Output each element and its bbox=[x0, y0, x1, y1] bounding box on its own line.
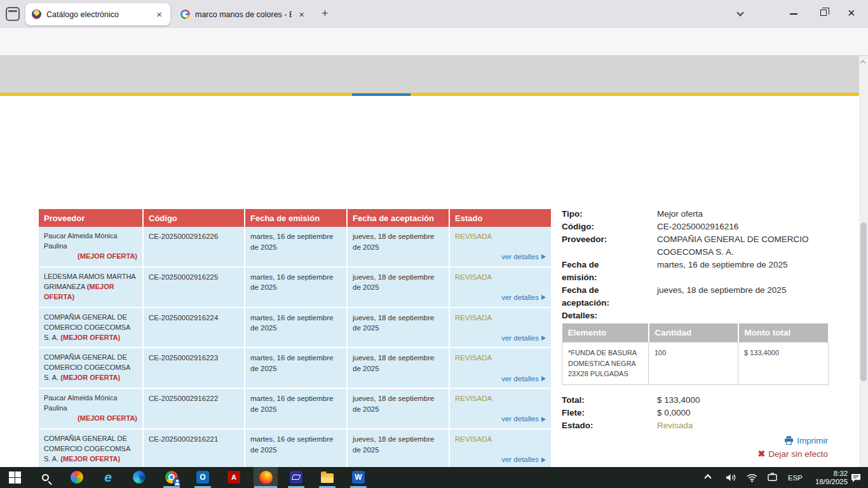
google-favicon bbox=[180, 10, 190, 19]
wifi-icon[interactable] bbox=[747, 467, 757, 488]
copilot-icon[interactable] bbox=[70, 470, 84, 484]
site-header: SERCOP CATÁLOGO ELECTRÓNICO ☝ Volver al … bbox=[0, 56, 868, 93]
printer-icon bbox=[784, 436, 794, 445]
chrome-icon[interactable] bbox=[165, 470, 179, 484]
ver-detalles-link[interactable]: ver detalles bbox=[501, 252, 546, 262]
firefox-view-icon[interactable] bbox=[6, 7, 20, 21]
col-estado: Estado bbox=[449, 209, 552, 227]
close-window-button[interactable]: × bbox=[848, 6, 855, 20]
cell-aceptacion: jueves, 18 de septiembre de 2025 bbox=[347, 308, 449, 348]
cell-estado: REVISADAver detalles bbox=[449, 267, 552, 308]
status-badge: REVISADA bbox=[455, 273, 492, 281]
clock-date: 18/9/2025 bbox=[815, 478, 848, 485]
arrow-right-icon bbox=[541, 336, 546, 341]
item-monto: $ 133,4000 bbox=[738, 342, 829, 385]
ver-detalles-link[interactable]: ver detalles bbox=[501, 414, 546, 424]
imprimir-link[interactable]: Imprimir bbox=[784, 434, 828, 447]
clock[interactable]: 8:3218/9/2025 bbox=[815, 467, 848, 488]
total-value: $ 133,4000 bbox=[657, 394, 828, 407]
taskbar-search-icon[interactable] bbox=[38, 470, 52, 484]
cell-estado: REVISADAver detalles bbox=[449, 388, 552, 429]
order-row: LEDESMA RAMOS MARTHA GRIMANEZA (MEJOR OF… bbox=[39, 267, 552, 308]
order-row: Paucar Almeida Mónica Paulina (MEJOR OFE… bbox=[39, 388, 552, 429]
cell-emision: martes, 16 de septiembre de 2025 bbox=[245, 227, 347, 267]
order-row: COMPAÑIA GENERAL DE COMERCIO COGECOMSA S… bbox=[39, 429, 552, 467]
ver-detalles-link[interactable]: ver detalles bbox=[501, 333, 546, 344]
tray-chevron-up-icon[interactable] bbox=[705, 467, 710, 488]
mejor-oferta-tag: (MEJOR OFERTA) bbox=[44, 252, 137, 262]
status-badge: REVISADA bbox=[455, 233, 492, 240]
arrow-right-icon bbox=[541, 295, 546, 300]
firefox-icon[interactable] bbox=[259, 470, 273, 484]
cell-codigo: CE-20250002916226 bbox=[143, 227, 245, 267]
word-icon[interactable]: W bbox=[351, 470, 365, 484]
cell-emision: martes, 16 de septiembre de 2025 bbox=[245, 429, 347, 467]
order-row: COMPAÑIA GENERAL DE COMERCIO COGECOMSA S… bbox=[39, 348, 552, 388]
col-monto-total: Monto total bbox=[738, 323, 829, 342]
tab-catalogo[interactable]: Catálogo electrónico × bbox=[25, 3, 170, 25]
cell-aceptacion: jueves, 18 de septiembre de 2025 bbox=[347, 348, 449, 388]
item-row: *FUNDA DE BASURA DOMESTICA NEGRA 23X28 P… bbox=[562, 342, 829, 385]
arrow-right-icon bbox=[541, 417, 546, 422]
order-row: Paucar Almeida Mónica Paulina (MEJOR OFE… bbox=[39, 227, 552, 267]
status-badge: REVISADA bbox=[455, 395, 492, 402]
internet-explorer-icon[interactable]: e bbox=[101, 470, 115, 484]
cell-proveedor: LEDESMA RAMOS MARTHA GRIMANEZA (MEJOR OF… bbox=[39, 267, 143, 308]
speaker-icon[interactable] bbox=[726, 467, 736, 488]
orders-table: Proveedor Código Fecha de emisión Fecha … bbox=[39, 209, 552, 467]
orders-table-header-row: Proveedor Código Fecha de emisión Fecha … bbox=[39, 209, 552, 227]
cell-proveedor: Paucar Almeida Mónica Paulina (MEJOR OFE… bbox=[39, 227, 143, 267]
estado-value: Revisada bbox=[657, 419, 828, 432]
cell-codigo: CE-20250002916222 bbox=[143, 388, 245, 429]
mejor-oferta-tag: (MEJOR OFERTA) bbox=[60, 455, 120, 463]
cell-aceptacion: jueves, 18 de septiembre de 2025 bbox=[347, 429, 449, 467]
mejor-oferta-tag: (MEJOR OFERTA) bbox=[44, 414, 137, 424]
ver-detalles-link[interactable]: ver detalles bbox=[501, 292, 546, 303]
cell-emision: martes, 16 de septiembre de 2025 bbox=[245, 388, 347, 429]
detail-field: Tipo:Mejor oferta bbox=[562, 208, 828, 220]
outlook-icon[interactable]: O bbox=[196, 470, 210, 484]
order-items-table: Elemento Cantidad Monto total *FUNDA DE … bbox=[562, 323, 829, 385]
tab-close-icon[interactable]: × bbox=[297, 9, 306, 20]
col-codigo: Código bbox=[143, 209, 245, 227]
detail-field: Detalles: bbox=[562, 309, 828, 322]
ver-detalles-link[interactable]: ver detalles bbox=[501, 374, 546, 384]
item-cantidad: 100 bbox=[649, 342, 738, 385]
minimize-button[interactable] bbox=[790, 13, 797, 15]
detail-field: Fecha de emisión:martes, 16 de septiembr… bbox=[562, 259, 828, 284]
tab-close-icon[interactable]: × bbox=[154, 9, 164, 20]
display-cast-icon[interactable] bbox=[767, 467, 778, 488]
restore-button[interactable] bbox=[820, 10, 827, 16]
notification-center-icon[interactable]: 4 bbox=[850, 467, 868, 488]
cell-codigo: CE-20250002916221 bbox=[143, 429, 245, 467]
col-proveedor: Proveedor bbox=[39, 209, 143, 227]
acrobat-icon[interactable]: A bbox=[227, 470, 241, 484]
tab-google-search[interactable]: marco manos de colores - Busca × bbox=[174, 3, 313, 25]
arrow-right-icon bbox=[541, 376, 546, 381]
browser-toolbar: ← → catalogoelectronico.compraspublicas.… bbox=[0, 28, 868, 56]
cell-estado: REVISADAver detalles bbox=[449, 348, 552, 388]
cell-estado: REVISADAver detalles bbox=[449, 308, 552, 348]
mejor-oferta-tag: (MEJOR OFERTA) bbox=[60, 374, 120, 381]
cell-aceptacion: jueves, 18 de septiembre de 2025 bbox=[347, 267, 449, 308]
tab-list-chevron-icon[interactable] bbox=[736, 9, 743, 16]
ver-detalles-link[interactable]: ver detalles bbox=[501, 454, 546, 465]
new-tab-button[interactable]: + bbox=[322, 7, 329, 20]
dejar-sin-efecto-link[interactable]: ✖ Dejar sin efecto bbox=[757, 447, 828, 461]
start-button[interactable] bbox=[8, 470, 22, 484]
item-elemento: *FUNDA DE BASURA DOMESTICA NEGRA 23X28 P… bbox=[562, 342, 649, 385]
scanner-app-icon[interactable] bbox=[289, 470, 303, 484]
col-cantidad: Cantidad bbox=[649, 323, 738, 342]
cell-codigo: CE-20250002916224 bbox=[143, 308, 245, 348]
scrollbar-thumb[interactable] bbox=[860, 222, 867, 381]
cell-proveedor: COMPAÑIA GENERAL DE COMERCIO COGECOMSA S… bbox=[39, 429, 143, 467]
orders-table-body: Paucar Almeida Mónica Paulina (MEJOR OFE… bbox=[39, 227, 552, 467]
file-explorer-icon[interactable] bbox=[320, 470, 334, 484]
status-badge: REVISADA bbox=[455, 314, 492, 322]
arrow-right-icon bbox=[541, 458, 546, 463]
cell-codigo: CE-20250002916223 bbox=[143, 348, 245, 388]
language-indicator[interactable]: ESP bbox=[788, 467, 803, 488]
edge-icon[interactable] bbox=[132, 470, 146, 484]
order-row: COMPAÑIA GENERAL DE COMERCIO COGECOMSA S… bbox=[39, 308, 552, 348]
detail-field: Proveedor:COMPAÑIA GENERAL DE COMERCIO C… bbox=[562, 233, 828, 259]
